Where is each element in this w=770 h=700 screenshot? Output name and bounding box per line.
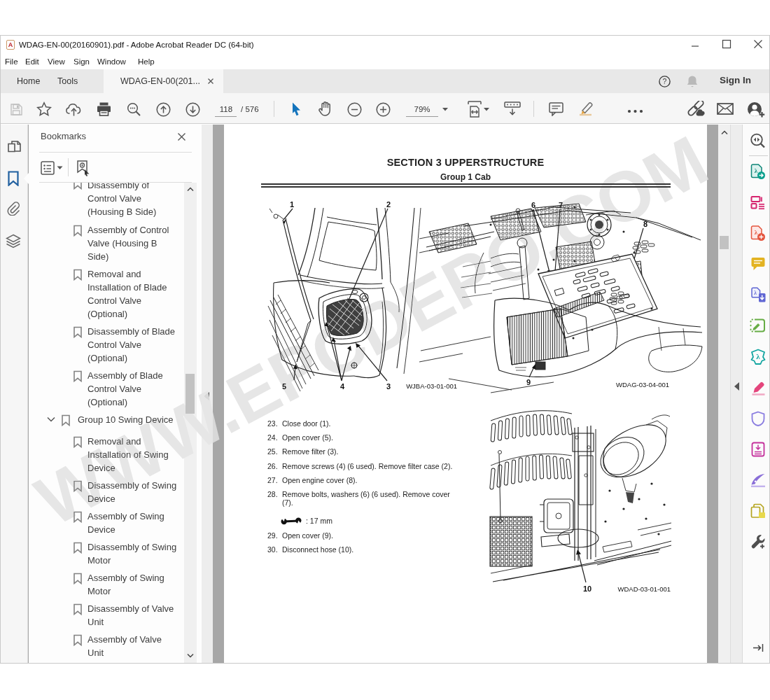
svg-text:A: A — [8, 41, 13, 48]
svg-text:?: ? — [663, 77, 667, 85]
